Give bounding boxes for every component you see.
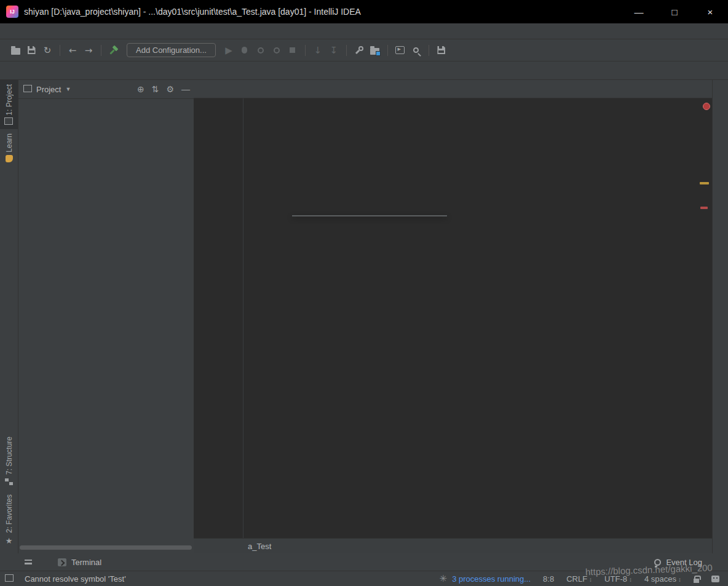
navigation-breadcrumb: [0, 61, 728, 80]
main-area: 1: Project Learn 7: Structure 2: Favorit…: [0, 80, 728, 553]
debug-icon[interactable]: [237, 43, 253, 58]
intellij-logo-icon: IJ: [6, 6, 18, 18]
tool-button-learn[interactable]: Learn: [0, 129, 18, 167]
warning-stripe-mark: [700, 182, 709, 184]
hide-panel-icon[interactable]: —: [181, 84, 190, 94]
profiler-icon[interactable]: [269, 43, 285, 58]
error-stripe-mark: [700, 207, 708, 209]
caret-position[interactable]: 8:8: [543, 574, 554, 584]
coverage-icon[interactable]: [253, 43, 269, 58]
structure-icon: [5, 478, 13, 486]
project-panel: Project ▼ ⊕ ⇅ ⚙ —: [18, 80, 194, 553]
tool-button-todo[interactable]: [25, 560, 37, 564]
breadcrumb-class[interactable]: a_Test: [248, 542, 271, 551]
intention-popup: [292, 215, 447, 216]
collapse-all-icon[interactable]: ⇅: [152, 84, 159, 94]
title-bar: IJ shiyan [D:\java_project\shiyan] - ...…: [0, 0, 728, 23]
project-tree: [18, 99, 194, 101]
back-icon[interactable]: ←: [65, 43, 81, 58]
terminal-toolbar-icon[interactable]: [392, 43, 408, 58]
forward-icon[interactable]: →: [81, 43, 97, 58]
project-panel-header: Project ▼ ⊕ ⇅ ⚙ —: [18, 80, 194, 99]
locate-file-icon[interactable]: ⊕: [137, 84, 144, 94]
close-button[interactable]: ×: [692, 0, 728, 23]
learn-icon: [6, 155, 13, 162]
terminal-icon: [58, 558, 66, 566]
background-processes[interactable]: ✳ 3 processes running...: [440, 573, 531, 584]
window-title: shiyan [D:\java_project\shiyan] - ...\da…: [24, 7, 361, 17]
right-tool-stripe: [712, 80, 728, 553]
tool-button-structure[interactable]: 7: Structure: [0, 432, 18, 490]
sync-icon[interactable]: ↻: [39, 43, 55, 58]
code-editor[interactable]: [194, 98, 712, 538]
panel-settings-gear-icon[interactable]: ⚙: [166, 84, 174, 94]
commit-icon[interactable]: ↧: [326, 43, 342, 58]
project-view-icon: [25, 86, 32, 92]
stop-icon[interactable]: [285, 43, 301, 58]
status-message: Cannot resolve symbol 'Test': [25, 574, 126, 584]
search-everywhere-icon[interactable]: [408, 43, 424, 58]
settings-wrench-icon[interactable]: [351, 43, 367, 58]
star-icon: ★: [6, 536, 13, 545]
analysis-error-indicator: [703, 103, 710, 110]
tool-window-switcher-icon[interactable]: [6, 576, 14, 582]
todo-list-icon: [25, 560, 32, 564]
minimize-button[interactable]: —: [621, 0, 657, 23]
tool-button-project[interactable]: 1: Project: [0, 80, 18, 129]
project-tool-icon: [6, 119, 13, 125]
readonly-lock-icon[interactable]: [694, 579, 699, 583]
run-icon[interactable]: ▶: [221, 43, 237, 58]
build-hammer-icon[interactable]: [106, 43, 122, 58]
main-toolbar: ↻ ← → Add Configuration... ▶ ↓ ↧: [0, 39, 728, 61]
open-icon[interactable]: [7, 43, 23, 58]
menu-bar: [0, 23, 728, 39]
horizontal-scrollbar[interactable]: [20, 545, 192, 550]
chevron-down-icon: ▼: [65, 86, 71, 92]
maximize-button[interactable]: □: [657, 0, 692, 23]
indent-selector[interactable]: 4 spaces↕: [644, 574, 681, 584]
editor-breadcrumb-bar: a_Test: [194, 538, 712, 553]
update-project-icon[interactable]: ↓: [310, 43, 326, 58]
editor-tab-bar: [194, 80, 712, 98]
save-layout-icon[interactable]: [433, 43, 449, 58]
intellij-window: IJ shiyan [D:\java_project\shiyan] - ...…: [0, 0, 728, 586]
project-panel-title[interactable]: Project ▼: [25, 85, 71, 94]
project-structure-icon[interactable]: [367, 43, 383, 58]
editor-area: a_Test: [194, 80, 712, 553]
ide-updates-icon[interactable]: [711, 576, 719, 582]
tool-button-terminal[interactable]: Terminal: [58, 558, 101, 567]
window-controls: — □ ×: [621, 0, 728, 23]
tool-button-favorites[interactable]: 2: Favorites ★: [0, 490, 18, 550]
run-configuration-combo[interactable]: Add Configuration...: [127, 43, 216, 57]
save-all-icon[interactable]: [23, 43, 39, 58]
progress-spinner-icon: ✳: [440, 573, 448, 584]
left-tool-stripe: 1: Project Learn 7: Structure 2: Favorit…: [0, 80, 18, 553]
